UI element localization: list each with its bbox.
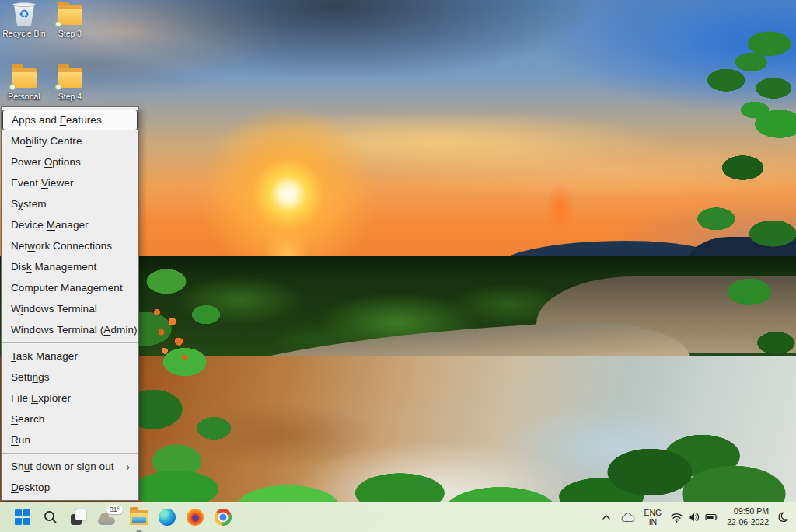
menu-item-label: Event Viewer bbox=[11, 177, 74, 189]
menu-item-event-viewer[interactable]: Event Viewer bbox=[2, 172, 138, 193]
menu-item-label: Apps and Features bbox=[12, 114, 102, 126]
menu-item-apps-and-features[interactable]: Apps and Features bbox=[2, 110, 138, 130]
menu-item-label: Desktop bbox=[11, 482, 50, 493]
menu-item-network-connections[interactable]: Network Connections bbox=[2, 235, 138, 256]
menu-item-power-options[interactable]: Power Options bbox=[2, 151, 138, 172]
menu-item-system[interactable]: System bbox=[2, 193, 138, 214]
menu-item-mobility-centre[interactable]: Mobility Centre bbox=[2, 130, 138, 151]
taskbar: 31° ENGIN bbox=[0, 502, 796, 532]
taskbar-app-icons: 31° bbox=[12, 502, 233, 532]
menu-item-file-explorer[interactable]: File Explorer bbox=[2, 388, 138, 409]
tray-date: 22-06-2022 bbox=[727, 517, 769, 528]
menu-item-label: Windows Terminal (Admin) bbox=[11, 324, 138, 336]
widgets-weather-button[interactable]: 31° bbox=[96, 506, 121, 529]
menu-item-label: Windows Terminal bbox=[11, 303, 97, 315]
hidden-icons-button[interactable] bbox=[601, 513, 612, 521]
weather-icon: 31° bbox=[97, 507, 120, 527]
desktop-icon-label: Step 3 bbox=[58, 30, 82, 39]
start-button[interactable] bbox=[12, 506, 33, 529]
menu-separator bbox=[2, 342, 138, 343]
menu-item-computer-management[interactable]: Computer Management bbox=[2, 277, 138, 298]
volume-icon bbox=[688, 512, 700, 523]
wallpaper-distant-ridge bbox=[498, 241, 731, 267]
firefox-button[interactable] bbox=[185, 506, 205, 529]
submenu-chevron-icon: › bbox=[126, 461, 131, 472]
menu-item-search[interactable]: Search bbox=[2, 409, 138, 429]
recycle-bin-icon: ♻ bbox=[9, 2, 39, 27]
menu-item-windows-terminal-admin[interactable]: Windows Terminal (Admin) bbox=[2, 319, 138, 340]
menu-item-disk-management[interactable]: Disk Management bbox=[2, 256, 138, 277]
menu-item-label: Disk Management bbox=[11, 261, 96, 273]
temperature-badge: 31° bbox=[106, 505, 123, 514]
wallpaper-sandbank bbox=[152, 314, 693, 438]
menu-item-shut-down-or-sign-out[interactable]: Shut down or sign out › bbox=[2, 456, 138, 477]
menu-item-label: Shut down or sign out bbox=[11, 461, 114, 472]
chevron-up-icon bbox=[601, 513, 612, 521]
menu-item-task-manager[interactable]: Task Manager bbox=[2, 346, 138, 367]
task-view-icon bbox=[71, 509, 86, 525]
wifi-icon bbox=[670, 513, 683, 523]
menu-separator bbox=[2, 453, 138, 454]
windows-logo-icon bbox=[15, 509, 30, 525]
desktop-icon-personal[interactable]: Personal bbox=[0, 65, 48, 102]
search-button[interactable] bbox=[40, 506, 61, 529]
desktop-icon-recycle-bin[interactable]: ♻ Recycle Bin bbox=[0, 2, 48, 39]
desktop-icon-step-3[interactable]: Step 3 bbox=[46, 2, 94, 39]
firefox-icon bbox=[187, 509, 204, 526]
menu-item-label: Mobility Centre bbox=[11, 135, 82, 147]
system-tray: ENGIN 09:50 PM22-06-2022 bbox=[601, 502, 790, 532]
winx-menu: Apps and Features Mobility Centre Power … bbox=[1, 106, 139, 501]
desktop-icon-label: Step 4 bbox=[58, 92, 82, 102]
edge-button[interactable] bbox=[157, 506, 177, 529]
wallpaper-foliage bbox=[721, 40, 796, 127]
chrome-icon bbox=[215, 509, 232, 526]
folder-icon bbox=[9, 65, 39, 90]
menu-item-device-manager[interactable]: Device Manager bbox=[2, 214, 138, 235]
menu-item-run[interactable]: Run bbox=[2, 429, 138, 450]
folder-icon bbox=[55, 65, 85, 90]
edge-icon bbox=[159, 509, 176, 526]
file-explorer-button[interactable] bbox=[129, 506, 149, 529]
moon-icon bbox=[777, 511, 790, 523]
desktop-icon-label: Personal bbox=[8, 92, 40, 102]
sync-status-icon bbox=[55, 84, 61, 90]
menu-item-label: Device Manager bbox=[11, 219, 89, 231]
search-icon bbox=[43, 509, 58, 525]
menu-item-windows-terminal[interactable]: Windows Terminal bbox=[2, 298, 138, 319]
language-line2: IN bbox=[644, 517, 662, 527]
menu-item-label: Task Manager bbox=[11, 350, 78, 362]
sync-status-icon bbox=[55, 21, 61, 27]
menu-item-label: Network Connections bbox=[11, 240, 112, 252]
menu-item-settings[interactable]: Settings bbox=[2, 367, 138, 388]
desktop[interactable]: ♻ Recycle Bin Step 3 Personal Step 4 App… bbox=[0, 0, 796, 532]
chrome-button[interactable] bbox=[213, 506, 233, 529]
sync-status-icon bbox=[9, 84, 16, 90]
focus-assist-button[interactable] bbox=[777, 511, 790, 523]
clock[interactable]: 09:50 PM22-06-2022 bbox=[727, 506, 769, 527]
menu-item-label: Run bbox=[11, 434, 30, 446]
menu-item-label: Settings bbox=[11, 371, 50, 383]
menu-item-label: Computer Management bbox=[11, 282, 123, 294]
tray-time: 09:50 PM bbox=[727, 506, 769, 517]
onedrive-button[interactable] bbox=[620, 512, 636, 523]
language-indicator[interactable]: ENGIN bbox=[644, 508, 662, 527]
menu-item-label: System bbox=[11, 198, 47, 210]
recycle-symbol: ♻ bbox=[9, 8, 39, 19]
folder-icon bbox=[55, 2, 85, 27]
battery-icon bbox=[705, 513, 718, 522]
menu-item-desktop[interactable]: Desktop bbox=[2, 477, 138, 498]
wallpaper-flowers bbox=[146, 301, 201, 368]
menu-item-label: Power Options bbox=[11, 156, 81, 168]
wallpaper-mudflat bbox=[536, 276, 796, 353]
menu-item-label: Search bbox=[11, 413, 44, 425]
cloud-icon bbox=[98, 517, 115, 525]
task-view-button[interactable] bbox=[68, 506, 89, 529]
quick-settings-button[interactable] bbox=[670, 512, 718, 523]
wallpaper-foliage bbox=[630, 22, 796, 387]
wallpaper-foliage bbox=[127, 263, 259, 499]
menu-item-label: File Explorer bbox=[11, 392, 71, 404]
onedrive-cloud-icon bbox=[620, 512, 636, 523]
desktop-icon-label: Recycle Bin bbox=[2, 30, 45, 39]
desktop-icon-step-4[interactable]: Step 4 bbox=[46, 65, 94, 102]
wallpaper-distant-ridge bbox=[684, 237, 796, 269]
